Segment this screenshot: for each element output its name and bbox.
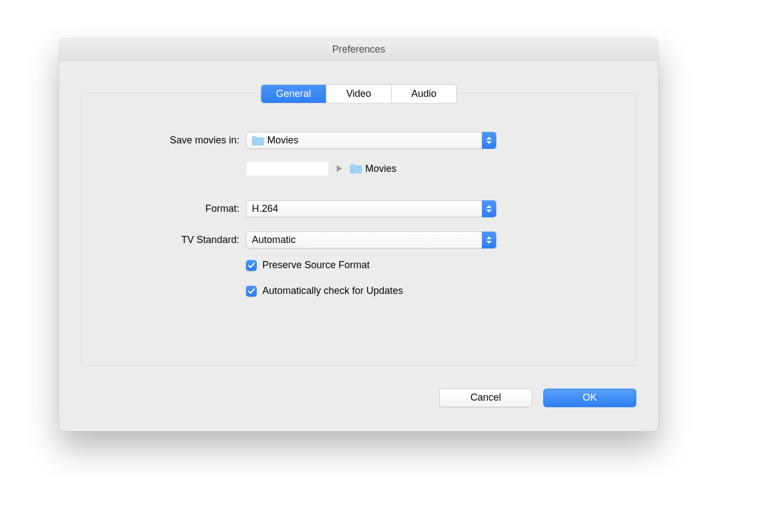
tab-audio[interactable]: Audio	[392, 85, 456, 103]
tabs: General Video Audio	[261, 84, 457, 103]
tab-video[interactable]: Video	[326, 85, 392, 103]
save-movies-label: Save movies in:	[82, 135, 246, 146]
content-frame: Save movies in: Movies	[81, 93, 636, 366]
auto-update-row[interactable]: Automatically check for Updates	[246, 285, 497, 297]
tv-standard-popup[interactable]: Automatic	[246, 232, 497, 248]
format-value: H.264	[252, 203, 496, 215]
footer: Cancel OK	[439, 389, 636, 407]
path-item-movies[interactable]: Movies	[350, 163, 396, 175]
check-icon	[248, 287, 255, 295]
updown-arrows-icon	[482, 132, 496, 149]
check-icon	[248, 262, 255, 269]
ok-button[interactable]: OK	[543, 389, 636, 407]
path-item-label: Movies	[365, 163, 396, 175]
format-label: Format:	[82, 203, 246, 215]
path-display: Movies	[246, 161, 497, 176]
movie-folder-icon	[350, 164, 362, 174]
cancel-button[interactable]: Cancel	[439, 389, 532, 407]
chevron-right-icon	[337, 165, 342, 172]
preserve-source-row[interactable]: Preserve Source Format	[246, 259, 497, 271]
preserve-source-label: Preserve Source Format	[262, 259, 370, 271]
preferences-window: Preferences General Video Audio Save mov…	[59, 38, 658, 431]
path-blank-segment	[246, 161, 329, 176]
updown-arrows-icon	[482, 232, 496, 248]
format-popup[interactable]: H.264	[246, 200, 497, 217]
tv-standard-value: Automatic	[252, 234, 496, 246]
movie-folder-icon	[252, 136, 264, 146]
tab-general[interactable]: General	[261, 85, 326, 103]
save-movies-popup[interactable]: Movies	[246, 132, 497, 149]
form: Save movies in: Movies	[82, 132, 636, 311]
auto-update-checkbox[interactable]	[246, 286, 257, 297]
updown-arrows-icon	[482, 200, 496, 217]
window-title: Preferences	[59, 38, 658, 61]
auto-update-label: Automatically check for Updates	[262, 285, 403, 297]
tv-standard-label: TV Standard:	[82, 234, 246, 246]
preserve-source-checkbox[interactable]	[246, 260, 257, 271]
save-movies-value: Movies	[267, 135, 496, 146]
